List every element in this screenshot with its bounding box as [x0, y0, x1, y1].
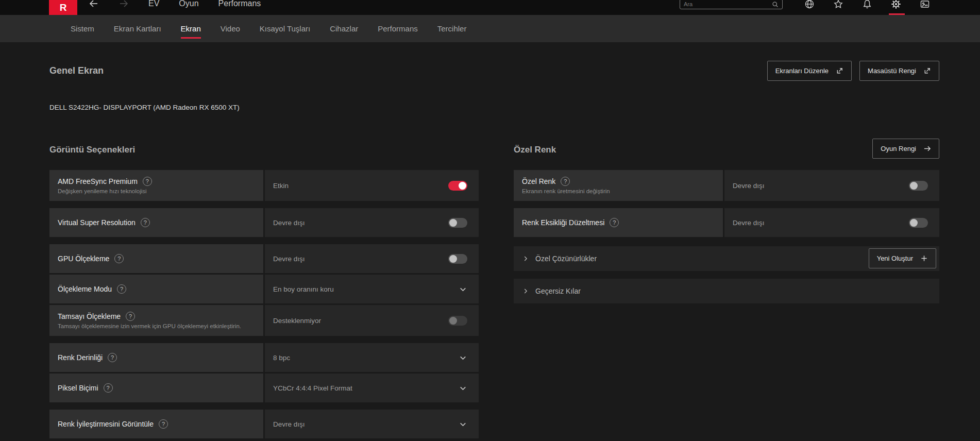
row-gpu-scaling: GPU Ölçekleme ? Devre dışı — [49, 244, 479, 273]
game-color-button[interactable]: Oyun Rengi — [872, 139, 939, 159]
help-icon[interactable]: ? — [141, 218, 150, 227]
integer-scaling-toggle[interactable] — [448, 316, 467, 326]
plus-icon — [920, 255, 928, 262]
setting-label: Renk Derinliği — [58, 353, 103, 362]
tab-video[interactable]: Video — [221, 15, 240, 42]
setting-value: En boy oranını koru — [273, 285, 334, 293]
expander-overrides[interactable]: Geçersiz Kılar — [514, 279, 939, 303]
arrange-displays-label: Ekranları Düzenle — [775, 67, 829, 75]
setting-value: Devre dışı — [273, 420, 305, 428]
help-icon[interactable]: ? — [126, 312, 135, 321]
help-icon[interactable]: ? — [159, 419, 168, 429]
media-icon[interactable] — [920, 0, 930, 9]
star-icon[interactable] — [833, 0, 843, 9]
expander-label: Geçersiz Kılar — [535, 287, 581, 295]
setting-value: Desteklenmiyor — [273, 317, 321, 325]
color-depth-dropdown[interactable]: 8 bpc — [265, 343, 479, 372]
help-icon[interactable]: ? — [104, 383, 113, 393]
gear-icon[interactable] — [891, 0, 901, 9]
expander-custom-resolutions[interactable]: Özel Çözünürlükler Yeni Oluştur — [514, 246, 939, 271]
row-color-deficiency: Renk Eksikliği Düzeltmesi ? Devre dışı — [514, 208, 939, 237]
back-icon[interactable] — [89, 0, 99, 9]
expander-label: Özel Çözünürlükler — [535, 255, 597, 263]
arrow-right-icon — [923, 145, 931, 152]
setting-value: Devre dışı — [273, 219, 305, 227]
row-integer-scaling: Tamsayı Ölçekleme ? Tamsayı ölçeklemesin… — [49, 305, 479, 336]
row-color-enhancement: Renk İyileştirmesini Görüntüle ? Devre d… — [49, 410, 479, 438]
setting-subtitle: Tamsayı ölçeklemesine izin vermek için G… — [58, 323, 241, 329]
chevron-down-icon[interactable] — [459, 384, 467, 393]
open-external-icon — [923, 67, 931, 75]
top-navigation: EV Oyun Performans — [89, 0, 261, 11]
app-window: R EV Oyun Performans — [0, 0, 980, 441]
row-scaling-mode: Ölçekleme Modu ? En boy oranını koru — [49, 275, 479, 303]
create-new-button[interactable]: Yeni Oluştur — [869, 248, 936, 268]
tab-tercihler[interactable]: Tercihler — [437, 15, 467, 42]
setting-label: GPU Ölçekleme — [58, 255, 109, 263]
custom-color-toggle[interactable] — [909, 181, 928, 191]
setting-label: Ölçekleme Modu — [58, 285, 112, 293]
chevron-down-icon[interactable] — [459, 353, 467, 362]
help-icon[interactable]: ? — [117, 284, 126, 294]
setting-label: AMD FreeSync Premium — [58, 177, 138, 185]
chevron-right-icon[interactable] — [522, 287, 529, 295]
row-custom-color: Özel Renk ? Ekranın renk üretmesini deği… — [514, 170, 939, 201]
settings-active-indicator — [889, 13, 905, 15]
open-external-icon — [836, 67, 843, 75]
tab-kisayol-tuslari[interactable]: Kısayol Tuşları — [260, 15, 310, 42]
setting-value: Devre dışı — [733, 182, 765, 190]
search-input[interactable] — [684, 1, 769, 7]
chevron-right-icon[interactable] — [522, 255, 529, 262]
color-enhancement-dropdown[interactable]: Devre dışı — [265, 410, 479, 438]
search-icon[interactable] — [772, 1, 779, 8]
nav-item-performance[interactable]: Performans — [218, 0, 261, 8]
row-pixel-format: Piksel Biçimi ? YCbCr 4:4:4 Pixel Format — [49, 374, 479, 402]
tab-ekran[interactable]: Ekran — [181, 15, 201, 42]
setting-label: Renk İyileştirmesini Görüntüle — [58, 420, 154, 428]
section-title-display-options: Görüntü Seçenekleri — [49, 145, 135, 155]
help-icon[interactable]: ? — [108, 353, 117, 362]
desktop-color-button[interactable]: Masaüstü Rengi — [859, 61, 939, 81]
nav-item-gaming[interactable]: Oyun — [179, 0, 198, 8]
setting-value: 8 bpc — [273, 354, 290, 362]
radeon-logo[interactable]: R — [49, 0, 77, 15]
top-bar: R EV Oyun Performans — [0, 0, 980, 15]
setting-value: Devre dışı — [733, 219, 765, 227]
vsr-toggle[interactable] — [448, 218, 467, 228]
custom-color-section: Özel Renk Oyun Rengi Özel Renk ? Ekranın… — [514, 139, 939, 303]
chevron-down-icon[interactable] — [459, 420, 467, 429]
globe-icon[interactable] — [804, 0, 815, 9]
page-actions: Ekranları Düzenle Masaüstü Rengi — [767, 61, 939, 81]
color-deficiency-toggle[interactable] — [909, 218, 928, 228]
chevron-down-icon[interactable] — [459, 285, 467, 294]
pixel-format-dropdown[interactable]: YCbCr 4:4:4 Pixel Format — [265, 374, 479, 402]
arrange-displays-button[interactable]: Ekranları Düzenle — [767, 61, 852, 81]
help-icon[interactable]: ? — [114, 254, 124, 263]
setting-value: YCbCr 4:4:4 Pixel Format — [273, 384, 352, 392]
tab-cihazlar[interactable]: Cihazlar — [330, 15, 358, 42]
bell-icon[interactable] — [862, 0, 872, 9]
tab-sistem[interactable]: Sistem — [71, 15, 94, 42]
tab-ekran-kartlari[interactable]: Ekran Kartları — [114, 15, 161, 42]
game-color-label: Oyun Rengi — [881, 145, 916, 152]
display-device-name: DELL S2422HG- DISPLAYPORT (AMD Radeon RX… — [49, 104, 240, 111]
settings-tab-bar: Sistem Ekran Kartları Ekran Video Kısayo… — [0, 15, 980, 42]
setting-label: Tamsayı Ölçekleme — [58, 312, 121, 320]
help-icon[interactable]: ? — [610, 218, 619, 227]
radeon-logo-letter: R — [60, 2, 67, 13]
setting-value: Etkin — [273, 182, 289, 190]
nav-item-home[interactable]: EV — [148, 0, 159, 8]
setting-subtitle: Değişken yenileme hızı teknolojisi — [58, 188, 152, 194]
scaling-mode-dropdown[interactable]: En boy oranını koru — [265, 275, 479, 303]
section-title-custom-color: Özel Renk — [514, 145, 556, 155]
forward-icon[interactable] — [119, 0, 129, 9]
search-box[interactable] — [680, 0, 783, 9]
freesync-toggle[interactable] — [448, 181, 467, 191]
gpu-scaling-toggle[interactable] — [448, 254, 467, 264]
tab-performans[interactable]: Performans — [378, 15, 418, 42]
help-icon[interactable]: ? — [143, 177, 152, 186]
setting-label: Virtual Super Resolution — [58, 218, 136, 227]
page-title: Genel Ekran — [49, 65, 104, 76]
help-icon[interactable]: ? — [561, 177, 570, 186]
row-freesync: AMD FreeSync Premium ? Değişken yenileme… — [49, 170, 479, 201]
